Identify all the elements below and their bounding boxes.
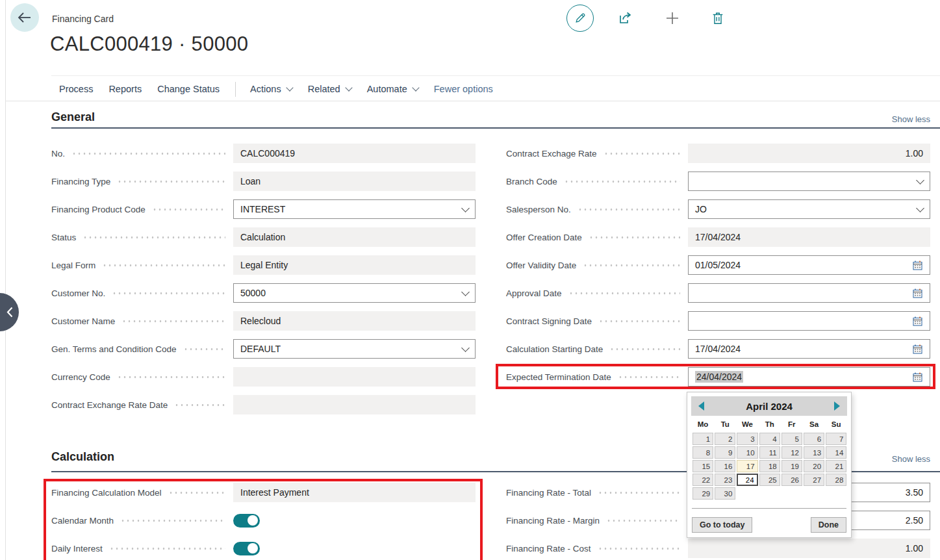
- general-show-less-link[interactable]: Show less: [892, 114, 930, 124]
- dotted-leader: [168, 492, 225, 494]
- calendar-day-3[interactable]: 3: [737, 433, 757, 445]
- menu-item-fewer-options[interactable]: Fewer options: [434, 84, 493, 94]
- contract-signing-date-field[interactable]: [688, 311, 930, 331]
- weekday-label: Sa: [803, 418, 825, 430]
- branch-code-field[interactable]: [688, 172, 930, 191]
- calendar-day-19[interactable]: 19: [781, 460, 802, 472]
- previous-month-icon[interactable]: [698, 401, 704, 411]
- chevron-down-icon: [916, 204, 924, 212]
- calculation-starting-date-field[interactable]: 17/04/2024: [688, 339, 930, 359]
- calendar-day-28[interactable]: 28: [826, 474, 846, 486]
- back-button[interactable]: [10, 3, 39, 32]
- calendar-day-22[interactable]: 22: [692, 474, 713, 486]
- dotted-leader: [568, 292, 680, 294]
- calendar-day-25[interactable]: 25: [759, 474, 780, 486]
- toggle-area: [233, 514, 476, 528]
- calculation-show-less-link[interactable]: Show less: [892, 454, 930, 464]
- delete-button[interactable]: [709, 10, 726, 27]
- calendar-day-16[interactable]: 16: [715, 460, 735, 472]
- calendar-icon[interactable]: [912, 316, 923, 327]
- collapse-panel-button[interactable]: [0, 293, 19, 331]
- daily-interest-toggle[interactable]: [233, 542, 260, 555]
- calendar-icon[interactable]: [912, 288, 923, 299]
- calendar-icon[interactable]: [912, 344, 923, 355]
- plus-icon: [665, 10, 680, 26]
- calendar-day-8[interactable]: 8: [692, 446, 713, 459]
- field-label-daily-interest: Daily Interest: [51, 544, 109, 554]
- calendar-day-2[interactable]: 2: [715, 433, 735, 445]
- menu-item-actions[interactable]: Actions: [250, 84, 292, 94]
- next-month-icon[interactable]: [834, 401, 840, 411]
- dotted-leader: [598, 548, 680, 550]
- calendar-day-1[interactable]: 1: [692, 433, 713, 445]
- menu-item-related[interactable]: Related: [308, 84, 351, 94]
- done-button[interactable]: Done: [811, 517, 846, 533]
- financing-product-code-field[interactable]: INTEREST: [233, 199, 476, 219]
- calendar-day-6[interactable]: 6: [804, 433, 824, 445]
- expected-termination-date-field[interactable]: 24/04/2024: [688, 367, 930, 387]
- field-value: Relecloud: [240, 316, 468, 326]
- field-value: CALC000419: [240, 148, 468, 159]
- calendar-month-toggle[interactable]: [233, 514, 260, 528]
- menu-divider: [235, 82, 236, 97]
- financing-card-page: Financing Card CALC000419 · 50000 Proces…: [0, 0, 940, 560]
- go-to-today-button[interactable]: Go to today: [692, 517, 752, 533]
- calendar-day-26[interactable]: 26: [781, 474, 802, 486]
- menu-item-automate[interactable]: Automate: [367, 84, 418, 94]
- menu-item-change-status[interactable]: Change Status: [157, 84, 220, 94]
- edit-button[interactable]: [566, 5, 594, 32]
- calendar-icon[interactable]: [912, 372, 923, 383]
- gen-terms-and-condition-code-field[interactable]: DEFAULT: [233, 339, 476, 359]
- menu-item-process[interactable]: Process: [59, 84, 93, 94]
- calendar-day-27[interactable]: 27: [804, 474, 824, 486]
- menu-item-label: Automate: [367, 84, 407, 94]
- field-row-branch-code: Branch Code: [506, 172, 930, 191]
- customer-no-field[interactable]: 50000: [233, 283, 476, 303]
- dotted-leader: [603, 153, 680, 155]
- calendar-day-11[interactable]: 11: [759, 446, 780, 459]
- calendar-day-4[interactable]: 4: [759, 433, 780, 445]
- calendar-icon[interactable]: [912, 260, 923, 271]
- chevron-down-icon: [916, 176, 924, 185]
- calendar-day-grid: 1234567891011121314151617181920212223242…: [692, 432, 846, 500]
- approval-date-field[interactable]: [688, 283, 930, 303]
- field-label-expected-termination-date: Expected Termination Date: [506, 372, 618, 382]
- calendar-day-30[interactable]: 30: [715, 487, 735, 500]
- menu-item-label: Reports: [108, 84, 142, 94]
- calendar-day-15[interactable]: 15: [692, 460, 713, 472]
- calendar-day-20[interactable]: 20: [804, 460, 824, 472]
- dotted-leader: [598, 320, 680, 322]
- calendar-day-17[interactable]: 17: [737, 460, 757, 472]
- field-row-financing-type: Financing TypeLoan: [51, 172, 476, 191]
- no-field: CALC000419: [233, 144, 476, 163]
- calendar-day-29[interactable]: 29: [692, 487, 713, 500]
- calendar-day-23[interactable]: 23: [715, 474, 735, 486]
- divider-line: [51, 75, 940, 76]
- section-underline: [51, 127, 940, 129]
- calendar-day-10[interactable]: 10: [737, 446, 757, 459]
- field-row-salesperson-no: Salesperson No.JO: [506, 199, 930, 219]
- calculation-section-header: Calculation: [51, 450, 114, 464]
- calendar-day-7[interactable]: 7: [826, 433, 846, 445]
- salesperson-no-field[interactable]: JO: [688, 199, 930, 219]
- menu-item-reports[interactable]: Reports: [108, 84, 142, 94]
- calendar-day-9[interactable]: 9: [715, 446, 735, 459]
- share-button[interactable]: [617, 10, 634, 27]
- calendar-day-21[interactable]: 21: [826, 460, 846, 472]
- calendar-day-13[interactable]: 13: [804, 446, 824, 459]
- dotted-leader: [152, 209, 225, 210]
- field-label-status: Status: [51, 233, 83, 242]
- general-section-header: General: [51, 110, 95, 124]
- dotted-leader: [606, 520, 680, 522]
- field-label-approval-date: Approval Date: [506, 288, 568, 298]
- calendar-day-14[interactable]: 14: [826, 446, 846, 459]
- calendar-day-18[interactable]: 18: [759, 460, 780, 472]
- field-row-daily-interest: Daily Interest: [51, 539, 476, 558]
- offer-validity-date-field[interactable]: 01/05/2024: [688, 255, 930, 275]
- weekday-header-row: MoTuWeThFrSaSu: [692, 418, 846, 430]
- weekday-label: We: [736, 418, 758, 430]
- calendar-day-24[interactable]: 24: [737, 474, 757, 486]
- add-button[interactable]: [664, 10, 681, 27]
- calendar-day-12[interactable]: 12: [781, 446, 802, 459]
- calendar-day-5[interactable]: 5: [781, 433, 802, 445]
